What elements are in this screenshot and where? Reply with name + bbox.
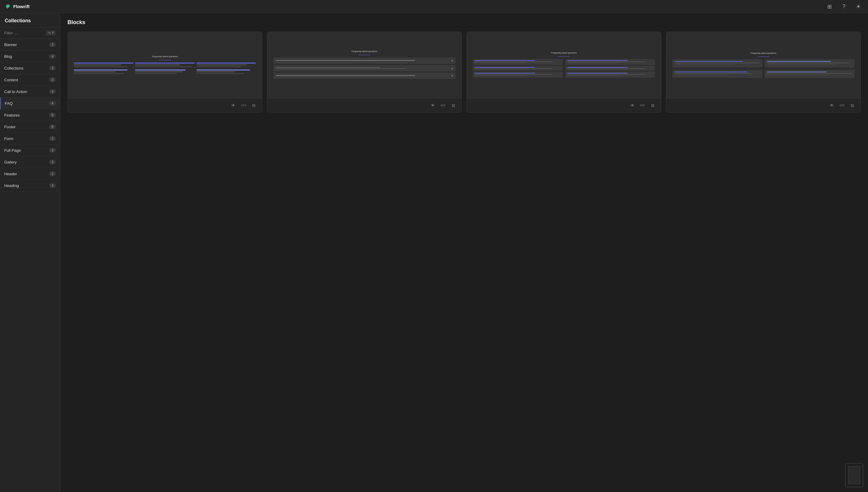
faq-item-2 [473, 66, 562, 71]
code-btn-1[interactable]: </> [239, 101, 248, 110]
chevron-icon-3: ▾ [451, 74, 453, 77]
faq-accordion: ▾ ▴ [273, 57, 455, 79]
sidebar-item-count: 3 [49, 183, 56, 188]
sidebar-item-banner[interactable]: Banner 2 [0, 39, 60, 51]
logo: Flowrift [5, 4, 29, 10]
block-preview-2: Frequently asked questions ▾ [267, 32, 462, 98]
faq-col-1 [74, 63, 133, 75]
sidebar-item-label: Banner [4, 43, 17, 47]
topbar: Flowrift ⊞ ? ☀ [0, 0, 868, 13]
block-card-4[interactable]: Frequently asked questions [666, 32, 861, 113]
copy-btn-2[interactable]: ⧉ [449, 101, 458, 110]
sidebar-item-features[interactable]: Features 5 [0, 109, 60, 121]
block-actions-2: 👁 </> ⧉ [267, 98, 462, 112]
sidebar-item-full-page[interactable]: Full Page 3 [0, 145, 60, 156]
code-btn-4[interactable]: </> [838, 101, 847, 110]
sidebar-item-heading[interactable]: Heading 3 [0, 180, 60, 192]
faq-style4-container [673, 59, 854, 78]
copy-btn-1[interactable]: ⧉ [249, 101, 258, 110]
block-card-1[interactable]: Frequently asked questions [68, 32, 262, 113]
preview-btn-2[interactable]: 👁 [428, 101, 437, 110]
sidebar-item-call-to-action[interactable]: Call to Action 4 [0, 86, 60, 98]
theme-button[interactable]: ☀ [853, 2, 863, 11]
sidebar-item-content[interactable]: Content 2 [0, 74, 60, 86]
sidebar-item-label: Features [4, 113, 20, 118]
preview-btn-1[interactable]: 👁 [229, 101, 238, 110]
sidebar-item-gallery[interactable]: Gallery 3 [0, 156, 60, 168]
faq-card-3 [673, 70, 762, 78]
block-preview-4: Frequently asked questions [666, 32, 861, 98]
logo-text: Flowrift [13, 4, 29, 9]
code-btn-2[interactable]: </> [439, 101, 448, 110]
copy-icon-4: ⧉ [851, 103, 854, 108]
sidebar-item-label: Content [4, 78, 18, 82]
faq-item-6 [565, 72, 655, 78]
sidebar-item-label: Full Page [4, 148, 21, 153]
copy-btn-3[interactable]: ⧉ [648, 101, 657, 110]
faq-preview-3: Frequently asked questions [473, 52, 655, 79]
sidebar-item-count: 3 [49, 148, 56, 153]
grid-icon: ⊞ [827, 3, 832, 10]
code-icon-4: </> [839, 103, 844, 107]
sidebar-item-label: Form [4, 137, 13, 141]
block-actions-4: 👁 </> ⧉ [666, 98, 861, 112]
block-card-2[interactable]: Frequently asked questions ▾ [267, 32, 462, 113]
faq-acc-item-3: ▾ [273, 73, 455, 79]
sidebar-item-count: 2 [49, 136, 56, 141]
faq-preview-1: Frequently asked questions [74, 55, 256, 75]
copy-icon-3: ⧉ [651, 103, 654, 108]
block-card-3[interactable]: Frequently asked questions [467, 32, 661, 113]
faq-item-4 [565, 59, 655, 65]
sidebar-title: Collections [0, 13, 60, 27]
sidebar-item-faq[interactable]: FAQ 4 [0, 98, 60, 109]
sidebar-item-form[interactable]: Form 2 [0, 133, 60, 145]
chevron-icon-1: ▾ [451, 59, 453, 62]
grid-button[interactable]: ⊞ [825, 2, 834, 11]
sidebar-item-label: Heading [4, 183, 19, 188]
faq-item-1 [473, 59, 562, 65]
copy-icon: ⧉ [252, 103, 255, 108]
faq-item-3 [473, 72, 562, 78]
code-icon-3: </> [640, 103, 645, 107]
sidebar-item-footer[interactable]: Footer 8 [0, 121, 60, 133]
faq-block3-underline [558, 56, 570, 57]
main-layout: Collections Filter ... ⌥ F Banner 2 Blog… [0, 13, 868, 492]
sidebar-item-count: 4 [49, 54, 56, 59]
sidebar-item-count: 2 [49, 77, 56, 82]
faq-item-5 [565, 66, 655, 71]
code-btn-3[interactable]: </> [638, 101, 647, 110]
code-icon: </> [241, 103, 246, 107]
sidebar-item-count: 2 [49, 42, 56, 47]
filter-text: Filter ... [4, 31, 17, 35]
faq-block1-title: Frequently asked questions [74, 55, 256, 57]
chevron-icon-2: ▴ [451, 67, 453, 70]
faq-card-2 [765, 59, 854, 68]
sidebar-item-label: Header [4, 172, 17, 176]
theme-icon: ☀ [856, 3, 861, 10]
sidebar-item-label: Footer [4, 125, 16, 129]
eye-icon-4: 👁 [830, 103, 834, 108]
sidebar-item-blog[interactable]: Blog 4 [0, 51, 60, 62]
help-button[interactable]: ? [839, 2, 849, 11]
block-preview-1: Frequently asked questions [68, 32, 262, 98]
preview-btn-3[interactable]: 👁 [628, 101, 637, 110]
sidebar-item-collections[interactable]: Collections 3 [0, 62, 60, 74]
faq-preview-2: Frequently asked questions ▾ [273, 50, 455, 80]
sidebar-item-count: 4 [49, 101, 56, 106]
faq-block1-grid [74, 63, 256, 75]
filter-bar: Filter ... ⌥ F [0, 27, 60, 39]
block-actions-3: 👁 </> ⧉ [467, 98, 661, 112]
faq-preview-4: Frequently asked questions [673, 52, 854, 78]
sidebar-item-header[interactable]: Header 2 [0, 168, 60, 180]
faq-block2-title: Frequently asked questions [273, 50, 455, 52]
faq-card-4 [765, 70, 854, 78]
faq-block3-title: Frequently asked questions [473, 52, 655, 54]
code-icon-2: </> [440, 103, 445, 107]
preview-btn-4[interactable]: 👁 [827, 101, 836, 110]
eye-icon: 👁 [231, 103, 235, 108]
sidebar-item-label: Call to Action [4, 90, 27, 94]
copy-btn-4[interactable]: ⧉ [848, 101, 857, 110]
faq-col-2 [135, 63, 194, 75]
sidebar: Collections Filter ... ⌥ F Banner 2 Blog… [0, 13, 60, 492]
help-icon: ? [842, 3, 845, 10]
